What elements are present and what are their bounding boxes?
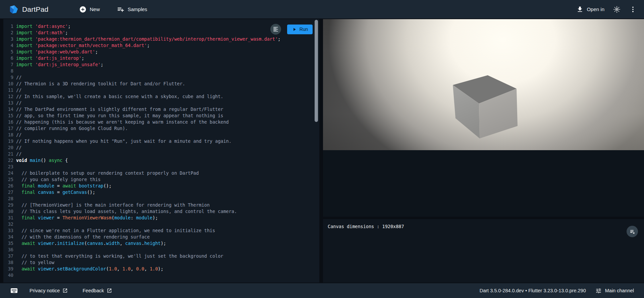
code-line[interactable]: 17// compiler running on Google Cloud Ru… [3,125,315,132]
privacy-notice-link[interactable]: Privacy notice [30,288,68,293]
code-line[interactable]: 9// [3,74,315,81]
feedback-label: Feedback [83,288,104,293]
code-line[interactable]: 4import 'package:vector_math/vector_math… [3,42,315,49]
code-line[interactable]: 28 [3,196,315,202]
keyboard-shortcuts-button[interactable] [10,287,18,295]
console-panel: Canvas dimensions : 644x298 [323,219,644,283]
code-line[interactable]: 37 // to test that everything is working… [3,253,315,259]
code-line[interactable]: 21// [3,151,315,157]
line-number: 40 [3,272,13,279]
line-number: 2 [3,30,13,36]
cube-3d [323,19,644,150]
code-editor[interactable]: 1import 'dart:async';2import 'dart:math'… [3,19,319,283]
code-line[interactable]: 30 // This class lets you load assets, l… [3,208,315,215]
code-line[interactable]: 14// The DartPad environment is slightly… [3,106,315,113]
code-line[interactable]: 12// In this sample, we'll create a basi… [3,93,315,100]
line-number: 1 [3,23,13,30]
code-lines[interactable]: 1import 'dart:async';2import 'dart:math'… [3,23,315,279]
line-number: 34 [3,234,13,240]
format-button[interactable] [270,24,281,35]
line-number: 17 [3,125,13,132]
code-line[interactable]: 7import 'dart:js_interop_unsafe'; [3,61,315,68]
code-line[interactable]: 25 // you can safely ignore this [3,176,315,183]
code-line[interactable]: 15// app, so the first time you run this… [3,113,315,119]
line-number: 7 [3,61,13,68]
dartpad-logo [9,4,19,14]
code-line[interactable]: 10// Thermion is a 3D rendering toolkit … [3,81,315,87]
code-line[interactable]: 35 await viewer.initialize(canvas.width,… [3,240,315,247]
code-line[interactable]: 39 await viewer.setBackgroundColor(1.0, … [3,266,315,272]
code-line[interactable]: 38 // to yellow [3,259,315,266]
code-line[interactable]: 34 // with the dimensions of the renderi… [3,234,315,240]
external-link-icon [62,288,68,293]
code-line[interactable]: 16// happening (this is because we aren'… [3,119,315,125]
code-line[interactable]: 40 [3,272,315,279]
clear-console-button[interactable] [627,226,638,237]
new-button-label: New [90,6,100,12]
privacy-notice-label: Privacy notice [30,288,60,293]
code-line[interactable]: 8 [3,68,315,74]
code-line[interactable]: 36 [3,247,315,253]
line-number: 38 [3,259,13,266]
channel-selector-button[interactable]: Main channel [595,288,634,294]
feedback-link[interactable]: Feedback [83,288,112,293]
overflow-menu-button[interactable] [629,6,637,13]
line-number: 13 [3,100,13,106]
line-number: 9 [3,74,13,81]
samples-button[interactable]: Samples [117,6,147,13]
line-number: 4 [3,42,13,49]
line-number: 16 [3,119,13,125]
line-number: 5 [3,49,13,55]
code-line[interactable]: 22void main() async { [3,157,315,164]
status-right: Dart 3.5.0-284.0.dev • Flutter 3.23.0-13… [480,288,634,294]
code-line[interactable]: 5import 'package:web/web.dart'; [3,49,315,55]
download-icon [576,6,584,13]
run-button-label: Run [300,27,308,32]
line-number: 8 [3,68,13,74]
line-number: 27 [3,189,13,196]
brightness-icon [613,6,621,13]
code-line[interactable]: 20// [3,144,315,151]
line-number: 36 [3,247,13,253]
code-line[interactable]: 29 // [ThermionViewer] is the main inter… [3,202,315,208]
code-line[interactable]: 6import 'dart:js_interop'; [3,55,315,61]
line-number: 33 [3,227,13,234]
code-line[interactable]: 13// [3,100,315,106]
version-info: Dart 3.5.0-284.0.dev • Flutter 3.23.0-13… [480,288,586,293]
code-line[interactable]: 31 final viewer = ThermionViewerWasm(mod… [3,215,315,221]
line-number: 29 [3,202,13,208]
format-icon [273,26,279,32]
code-line[interactable]: 11// [3,87,315,93]
line-number: 18 [3,132,13,138]
code-line[interactable]: 23 [3,164,315,170]
editor-scrollbar[interactable] [315,20,318,122]
brightness-toggle-button[interactable] [613,6,621,13]
code-line[interactable]: 18// [3,132,315,138]
app-header: DartPad New Samples Open in [0,0,644,18]
line-number: 21 [3,151,13,157]
samples-button-label: Samples [127,6,147,12]
line-number: 30 [3,208,13,215]
run-button[interactable]: Run [287,25,313,34]
render-canvas[interactable] [323,19,644,150]
code-line[interactable]: 32 [3,221,315,227]
external-link-icon [107,288,112,293]
line-number: 31 [3,215,13,221]
code-line[interactable]: 1import 'dart:async'; [3,23,315,30]
code-line[interactable]: 19// If nothing happens when you hit "Ru… [3,138,315,144]
code-line[interactable]: 33 // since we're not in a Flutter appli… [3,227,315,234]
line-number: 25 [3,176,13,183]
code-line[interactable]: 24 // boilerplate to setup our rendering… [3,170,315,176]
tune-icon [595,288,602,294]
line-number: 39 [3,266,13,272]
new-button[interactable]: New [79,6,100,13]
header-actions: Open in [576,6,637,13]
line-number: 15 [3,113,13,119]
code-line[interactable]: 27 final canvas = getCanvas(); [3,189,315,196]
kebab-menu-icon [629,6,637,13]
code-line[interactable]: 3import 'package:thermion_dart/thermion_… [3,36,315,42]
code-line[interactable]: 26 final module = await bootstrap(); [3,183,315,189]
open-in-button[interactable]: Open in [576,6,604,13]
code-line[interactable]: 2import 'dart:math'; [3,30,315,36]
line-number: 12 [3,93,13,100]
